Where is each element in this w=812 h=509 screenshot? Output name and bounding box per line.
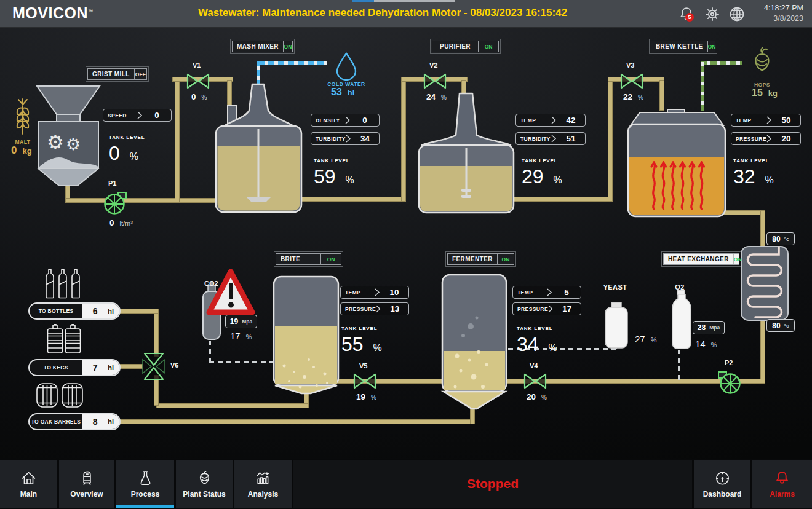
chevron-right-icon xyxy=(547,288,552,296)
grist-mill-state: OFF xyxy=(134,69,146,79)
top-bar: MOVICON™ Wastewater: Maintenance needed … xyxy=(0,0,812,28)
time-text: 4:18:27 PM xyxy=(764,3,803,14)
chevron-right-icon xyxy=(551,116,557,124)
to-kegs-label: TO KEGS xyxy=(30,360,82,375)
tank-level-value: 0 xyxy=(109,142,120,165)
tank-level-label: TANK LEVEL xyxy=(733,158,774,164)
brite-state: ON xyxy=(320,254,341,264)
turbidity-field-mash[interactable]: TURBIDITY 34 xyxy=(311,132,380,145)
nav-plant-status[interactable]: Plant Status xyxy=(176,460,233,508)
pump-p2[interactable] xyxy=(716,368,744,397)
brite-tank xyxy=(271,274,341,397)
brite-panel[interactable]: BRITE ON xyxy=(276,253,341,265)
valve-v5[interactable] xyxy=(352,373,377,390)
pressure-label: PRESSURE xyxy=(513,306,548,312)
pipe xyxy=(116,419,474,424)
nav-dashboard-label: Dashboard xyxy=(703,490,742,499)
nav-analysis[interactable]: Analysis xyxy=(234,460,292,508)
purifier-panel[interactable]: PURIFIER ON xyxy=(432,41,499,52)
tank-level-unit: % xyxy=(373,342,382,353)
brite-title: BRITE xyxy=(276,254,320,264)
home-icon xyxy=(20,470,37,486)
fermenter-title: FERMENTER xyxy=(448,254,497,264)
nav-process[interactable]: Process xyxy=(116,460,174,508)
valve-v2-value: 24% xyxy=(426,92,447,101)
mash-mixer-title: MASH MIXER xyxy=(233,41,283,52)
tank-level-label: TANK LEVEL xyxy=(314,158,354,164)
speed-field[interactable]: SPEED 0 xyxy=(103,109,172,122)
fermenter-tank-level: TANK LEVEL 34 % xyxy=(517,326,557,356)
valve-v4[interactable] xyxy=(523,373,547,390)
pipe xyxy=(760,318,765,384)
temp-field-purifier[interactable]: TEMP 42 xyxy=(515,114,586,127)
nav-overview[interactable]: Overview xyxy=(59,460,114,508)
pipe xyxy=(337,379,765,384)
valve-v6[interactable] xyxy=(140,352,167,381)
yeast-label: YEAST xyxy=(598,283,632,291)
turbidity-value: 51 xyxy=(557,134,585,143)
purifier-title: PURIFIER xyxy=(432,41,478,52)
mash-mixer-tank xyxy=(214,80,303,215)
chevron-right-icon xyxy=(551,135,557,143)
tank-level-unit: % xyxy=(765,175,774,186)
brite-tank-level: TANK LEVEL 55 % xyxy=(341,326,382,356)
valve-v3[interactable] xyxy=(619,73,644,90)
fermenter-tank xyxy=(440,272,511,414)
tank-level-unit: % xyxy=(346,175,354,186)
alarm-banner[interactable]: Wastewater: Maintenance needed Dehydrati… xyxy=(137,7,629,19)
pressure-field-brite[interactable]: PRESSURE 13 xyxy=(340,302,409,315)
globe-icon[interactable] xyxy=(728,6,746,23)
grist-mill-panel[interactable]: GRIST MILL OFF xyxy=(87,68,147,80)
fermenter-panel[interactable]: FERMENTER ON xyxy=(447,253,514,265)
o2-pipe xyxy=(678,350,680,380)
nav-dashboard[interactable]: Dashboard xyxy=(694,460,750,508)
chevron-right-icon xyxy=(548,305,554,313)
temp-label: TEMP xyxy=(731,117,766,124)
o2-bottle xyxy=(668,288,695,350)
plant-status-text: Stopped xyxy=(467,476,519,491)
to-kegs-pill: TO KEGS 7 hl xyxy=(28,359,121,376)
valve-v5-value: 19% xyxy=(356,392,376,401)
temp-field-kettle[interactable]: TEMP 50 xyxy=(731,114,801,127)
kegs-icon xyxy=(46,324,82,355)
valve-v2[interactable] xyxy=(423,73,447,90)
turbidity-value: 34 xyxy=(351,134,379,143)
speed-value: 0 xyxy=(143,111,171,120)
valve-v1[interactable] xyxy=(186,73,210,90)
to-kegs-value: 7 xyxy=(82,363,108,373)
nav-main[interactable]: Main xyxy=(0,460,57,508)
tank-level-value: 59 xyxy=(314,165,336,188)
purifier-tank-level: TANK LEVEL 29 % xyxy=(522,158,562,188)
valve-v5-label: V5 xyxy=(359,362,367,369)
kettle-tank-level: TANK LEVEL 32 % xyxy=(733,158,774,188)
pump-p2-label: P2 xyxy=(725,359,733,366)
turbidity-field-purifier[interactable]: TURBIDITY 51 xyxy=(515,132,586,145)
pipe xyxy=(401,80,406,202)
pipe xyxy=(299,197,406,202)
tank-level-unit: % xyxy=(549,342,557,353)
pressure-field-fermenter[interactable]: PRESSURE 17 xyxy=(512,302,581,315)
nav-alarms[interactable]: Alarms xyxy=(752,460,812,508)
bottom-nav: Main Overview Process Plant Status Analy… xyxy=(0,459,812,509)
pressure-field-kettle[interactable]: PRESSURE 20 xyxy=(731,132,801,145)
pressure-value: 17 xyxy=(554,304,581,314)
heat-exchanger-panel[interactable]: HEAT EXCHANGER ON xyxy=(663,253,739,265)
density-field[interactable]: DENSITY 0 xyxy=(311,114,380,127)
heat-exchanger-state: ON xyxy=(733,254,742,264)
temp-field-fermenter[interactable]: TEMP 5 xyxy=(512,286,581,299)
tank-level-value: 29 xyxy=(522,165,544,188)
mash-mixer-panel[interactable]: MASH MIXER ON xyxy=(232,41,293,52)
purifier-state: ON xyxy=(478,41,498,52)
co2-pipe xyxy=(209,361,273,363)
cold-water-icon xyxy=(333,52,360,81)
temp-field-brite[interactable]: TEMP 10 xyxy=(340,286,409,299)
tank-level-label: TANK LEVEL xyxy=(109,135,145,140)
chevron-right-icon xyxy=(345,116,351,124)
tank-level-value: 32 xyxy=(733,165,755,188)
chevron-right-icon xyxy=(346,135,351,143)
pipe xyxy=(65,198,215,203)
grist-mill-title: GRIST MILL xyxy=(88,69,134,79)
brew-kettle-panel[interactable]: BREW KETTLE ON xyxy=(651,41,715,52)
pump-p1[interactable] xyxy=(100,189,129,217)
gear-icon[interactable] xyxy=(704,6,721,23)
